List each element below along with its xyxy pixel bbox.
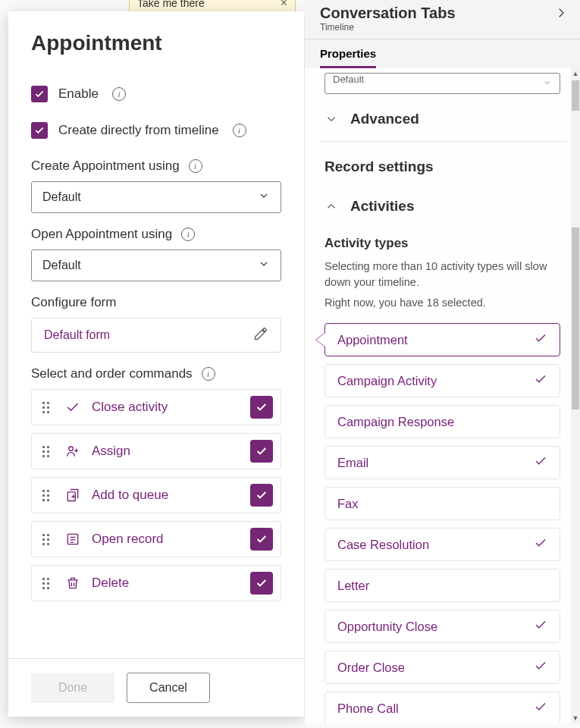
open-using-select[interactable]: Default	[31, 249, 281, 281]
drag-handle-icon[interactable]	[42, 446, 49, 457]
check-icon	[534, 331, 547, 348]
activities-section[interactable]: Activities	[318, 181, 566, 228]
command-label: Open record	[92, 532, 250, 547]
check-icon	[534, 659, 547, 676]
scroll-thumb[interactable]	[572, 80, 579, 111]
activity-type-item[interactable]: Opportunity Close	[324, 610, 560, 643]
command-label: Assign	[92, 444, 250, 459]
tab-properties[interactable]: Properties	[320, 47, 376, 68]
done-button[interactable]: Done	[31, 673, 114, 703]
activity-type-label: Email	[337, 456, 368, 470]
appointment-panel: Appointment Enable i Create directly fro…	[8, 11, 304, 717]
command-row[interactable]: Delete	[31, 565, 281, 601]
drag-handle-icon[interactable]	[42, 578, 49, 589]
cut-select-value: Default	[333, 74, 364, 85]
activity-type-item[interactable]: Campaign Activity	[324, 364, 560, 397]
activities-label: Activities	[350, 198, 414, 215]
create-using-label: Create Appointment using	[31, 158, 180, 174]
scroll-up-icon[interactable]: ▲	[571, 68, 580, 79]
queue-icon	[64, 487, 81, 504]
open-using-label: Open Appointment using	[31, 227, 172, 242]
command-checkbox[interactable]	[250, 440, 273, 463]
check-icon	[534, 454, 547, 471]
close-icon[interactable]: ×	[281, 0, 287, 10]
activity-type-item[interactable]: Phone Call	[324, 692, 560, 723]
activity-types-hint1: Selecting more than 10 activity types wi…	[318, 257, 566, 293]
command-label: Add to queue	[92, 488, 250, 503]
command-row[interactable]: Add to queue	[31, 477, 281, 513]
configure-form-row[interactable]: Default form	[31, 318, 281, 353]
create-direct-checkbox[interactable]	[31, 122, 48, 139]
chevron-down-icon	[258, 190, 270, 205]
info-icon[interactable]: i	[233, 124, 246, 137]
enable-label: Enable	[58, 86, 99, 102]
activity-type-item[interactable]: Fax	[324, 487, 560, 520]
cancel-button[interactable]: Cancel	[127, 673, 210, 703]
command-checkbox[interactable]	[250, 528, 273, 551]
configure-form-label: Configure form	[31, 295, 116, 310]
activity-types-hint2: Right now, you have 18 selected.	[318, 293, 566, 314]
info-icon[interactable]: i	[181, 228, 195, 241]
check-icon	[534, 536, 547, 553]
trash-icon	[64, 575, 81, 592]
chevron-up-icon	[324, 199, 338, 213]
activity-type-label: Letter	[337, 579, 369, 593]
activity-type-label: Case Resolution	[337, 538, 429, 552]
commands-label: Select and order commands	[31, 366, 193, 381]
info-icon[interactable]: i	[112, 87, 126, 101]
command-label: Delete	[92, 576, 250, 591]
chevron-down-icon	[258, 258, 270, 273]
configure-form-value: Default form	[44, 328, 110, 342]
command-checkbox[interactable]	[250, 484, 273, 507]
activity-type-label: Fax	[337, 497, 359, 511]
activity-type-label: Opportunity Close	[337, 620, 437, 634]
header-subtitle: Timeline	[320, 22, 565, 33]
check-icon	[534, 700, 547, 717]
activity-type-item[interactable]: Letter	[324, 569, 560, 602]
activity-type-label: Phone Call	[337, 701, 399, 716]
activity-types-label: Activity types	[318, 228, 566, 257]
command-row[interactable]: Close activity	[31, 389, 281, 425]
activity-type-label: Appointment	[337, 333, 408, 347]
command-label: Close activity	[92, 400, 250, 415]
chevron-down-icon	[543, 78, 552, 89]
scroll-thumb[interactable]	[572, 228, 579, 410]
record-settings-heading: Record settings	[318, 142, 566, 181]
command-checkbox[interactable]	[250, 396, 273, 419]
svg-point-0	[69, 447, 73, 450]
check-icon	[64, 399, 81, 416]
info-icon[interactable]: i	[202, 367, 215, 381]
drag-handle-icon[interactable]	[42, 534, 49, 545]
activity-type-item[interactable]: Order Close	[324, 651, 560, 684]
advanced-label: Advanced	[350, 111, 419, 127]
info-icon[interactable]: i	[189, 159, 202, 173]
check-icon	[534, 618, 547, 635]
activity-type-item[interactable]: Email	[324, 446, 560, 479]
check-icon	[534, 372, 547, 389]
cut-select[interactable]: Default	[324, 73, 560, 94]
create-direct-label: Create directly from timeline	[58, 123, 219, 138]
command-row[interactable]: Assign	[31, 433, 281, 469]
command-checkbox[interactable]	[250, 572, 273, 595]
enable-checkbox[interactable]	[31, 86, 48, 102]
activity-type-label: Order Close	[337, 661, 405, 675]
activity-type-item[interactable]: Case Resolution	[324, 528, 560, 561]
open-using-value: Default	[42, 259, 81, 272]
activity-type-item[interactable]: Appointment	[324, 323, 560, 356]
command-row[interactable]: Open record	[31, 521, 281, 557]
scrollbar[interactable]: ▲ ▼	[571, 68, 580, 723]
panel-title: Appointment	[31, 31, 281, 55]
drag-handle-icon[interactable]	[42, 402, 49, 413]
edit-icon[interactable]	[253, 326, 268, 344]
scroll-down-icon[interactable]: ▼	[571, 713, 580, 723]
chevron-right-icon[interactable]	[554, 6, 568, 22]
open-icon	[64, 531, 81, 548]
assign-icon	[64, 443, 81, 460]
activity-type-label: Campaign Activity	[337, 374, 437, 388]
create-using-select[interactable]: Default	[31, 181, 281, 213]
advanced-section[interactable]: Advanced	[318, 94, 566, 142]
create-using-value: Default	[42, 190, 81, 204]
drag-handle-icon[interactable]	[42, 490, 49, 501]
chevron-down-icon	[324, 112, 338, 126]
activity-type-item[interactable]: Campaign Response	[324, 405, 560, 438]
